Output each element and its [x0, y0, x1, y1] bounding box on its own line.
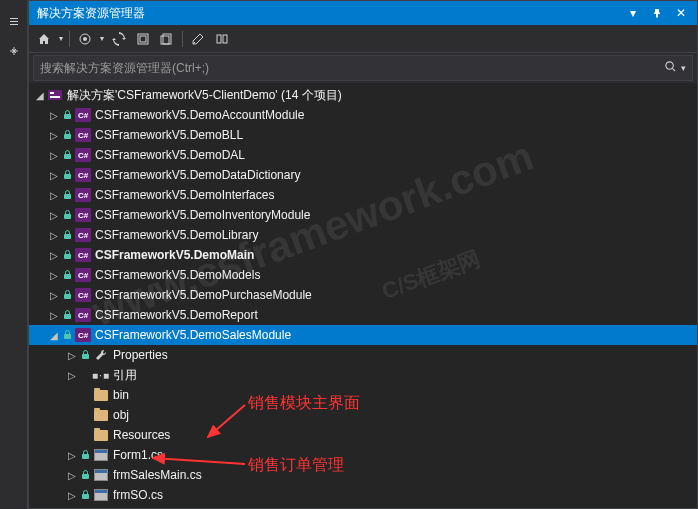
form-icon: [93, 447, 109, 463]
project-label: CSFrameworkV5.DemoSalesModule: [95, 328, 291, 342]
dropdown-button[interactable]: ▾: [625, 5, 641, 21]
search-dropdown-icon[interactable]: ▾: [677, 63, 686, 73]
expander-icon[interactable]: ▷: [47, 128, 61, 142]
expander-icon[interactable]: ▷: [65, 488, 79, 502]
form-icon: [93, 467, 109, 483]
search-bar: ▾: [33, 55, 693, 81]
csharp-project-icon: C#: [75, 287, 91, 303]
expander-icon[interactable]: ▷: [47, 268, 61, 282]
toolbar: ▾ ▾: [29, 25, 697, 53]
svg-rect-27: [82, 494, 89, 499]
lock-icon: [61, 249, 73, 261]
tree-item-label: frmSalesMain.cs: [113, 468, 202, 482]
svg-rect-11: [50, 96, 60, 98]
close-button[interactable]: ✕: [673, 5, 689, 21]
project-node[interactable]: ▷ C# CSFrameworkV5.DemoInterfaces: [29, 185, 697, 205]
expander-icon[interactable]: ▷: [47, 208, 61, 222]
expander-icon[interactable]: ▷: [47, 108, 61, 122]
tree-item-label: Properties: [113, 348, 168, 362]
tree-item[interactable]: ▷ Form1.cs: [29, 445, 697, 465]
lock-icon: [79, 449, 91, 461]
project-node[interactable]: ▷ C# CSFrameworkV5.DemoMain: [29, 245, 697, 265]
svg-rect-24: [82, 354, 89, 359]
project-node[interactable]: ▷ C# CSFrameworkV5.DemoPurchaseModule: [29, 285, 697, 305]
folder-icon: [93, 427, 109, 443]
project-label: CSFrameworkV5.DemoPurchaseModule: [95, 288, 312, 302]
expander-icon[interactable]: ◢: [33, 88, 47, 102]
csharp-project-icon: C#: [75, 127, 91, 143]
csharp-project-icon: C#: [75, 267, 91, 283]
csharp-project-icon: C#: [75, 327, 91, 343]
lock-icon: [61, 329, 73, 341]
expander-icon[interactable]: ▷: [47, 248, 61, 262]
pending-dropdown[interactable]: ▾: [98, 34, 106, 43]
svg-point-8: [666, 62, 673, 69]
project-label: CSFrameworkV5.DemoDataDictionary: [95, 168, 300, 182]
tree-item[interactable]: ▷ frmSalesMain.cs: [29, 465, 697, 485]
properties-button[interactable]: [187, 28, 209, 50]
expander-icon[interactable]: ▷: [65, 348, 79, 362]
csharp-project-icon: C#: [75, 307, 91, 323]
tree-item[interactable]: ▷ frmSO.cs: [29, 485, 697, 505]
svg-rect-23: [64, 334, 71, 339]
tree-item[interactable]: ▷ Properties: [29, 345, 697, 365]
svg-rect-21: [64, 294, 71, 299]
expander-icon[interactable]: ◢: [47, 328, 61, 342]
home-dropdown[interactable]: ▾: [57, 34, 65, 43]
expander-icon[interactable]: ▷: [47, 168, 61, 182]
expander-icon[interactable]: ▷: [47, 148, 61, 162]
tree-item[interactable]: vssver2.scc: [29, 505, 697, 508]
project-node[interactable]: ▷ C# CSFrameworkV5.DemoAccountModule: [29, 105, 697, 125]
expander-icon[interactable]: ▷: [47, 288, 61, 302]
folder-icon: [93, 407, 109, 423]
expander-icon[interactable]: ▷: [47, 228, 61, 242]
expander-icon[interactable]: ▷: [47, 308, 61, 322]
solution-node[interactable]: ◢ 解决方案'CSFrameworkV5-ClientDemo' (14 个项目…: [29, 85, 697, 105]
project-node[interactable]: ▷ C# CSFrameworkV5.DemoInventoryModule: [29, 205, 697, 225]
tree-item[interactable]: ▷ ■·■ 引用: [29, 365, 697, 385]
search-icon[interactable]: [660, 60, 677, 76]
home-button[interactable]: [33, 28, 55, 50]
svg-rect-22: [64, 314, 71, 319]
lock-icon: [61, 189, 73, 201]
tree-item-label: Form1.cs: [113, 448, 163, 462]
search-input[interactable]: [40, 61, 660, 75]
show-all-files-button[interactable]: [156, 28, 178, 50]
collapse-tab-icon[interactable]: [6, 14, 22, 30]
svg-rect-13: [64, 134, 71, 139]
tree-item-label: Resources: [113, 428, 170, 442]
expander-icon[interactable]: ▷: [47, 188, 61, 202]
csharp-project-icon: C#: [75, 167, 91, 183]
project-label: CSFrameworkV5.DemoInventoryModule: [95, 208, 310, 222]
expander-icon[interactable]: ▷: [65, 368, 79, 382]
tree-item-label: bin: [113, 388, 129, 402]
project-label: CSFrameworkV5.DemoReport: [95, 308, 258, 322]
lock-icon: [79, 469, 91, 481]
pin-tab-icon[interactable]: [6, 44, 22, 60]
pending-changes-button[interactable]: [74, 28, 96, 50]
preview-button[interactable]: [211, 28, 233, 50]
project-node[interactable]: ▷ C# CSFrameworkV5.DemoLibrary: [29, 225, 697, 245]
svg-rect-6: [217, 35, 221, 43]
project-node[interactable]: ▷ C# CSFrameworkV5.DemoDAL: [29, 145, 697, 165]
svg-rect-26: [82, 474, 89, 479]
solution-label: 解决方案'CSFrameworkV5-ClientDemo' (14 个项目): [67, 87, 342, 104]
tree-item[interactable]: bin: [29, 385, 697, 405]
solution-icon: [47, 87, 63, 103]
svg-rect-9: [48, 90, 62, 100]
project-node[interactable]: ▷ C# CSFrameworkV5.DemoModels: [29, 265, 697, 285]
expander-icon[interactable]: ▷: [65, 468, 79, 482]
project-node[interactable]: ◢ C# CSFrameworkV5.DemoSalesModule: [29, 325, 697, 345]
expander-icon[interactable]: ▷: [65, 448, 79, 462]
project-node[interactable]: ▷ C# CSFrameworkV5.DemoDataDictionary: [29, 165, 697, 185]
sync-button[interactable]: [108, 28, 130, 50]
svg-rect-10: [50, 92, 54, 94]
collapse-all-button[interactable]: [132, 28, 154, 50]
project-node[interactable]: ▷ C# CSFrameworkV5.DemoBLL: [29, 125, 697, 145]
project-node[interactable]: ▷ C# CSFrameworkV5.DemoReport: [29, 305, 697, 325]
svg-rect-20: [64, 274, 71, 279]
pin-button[interactable]: [649, 5, 665, 21]
csharp-project-icon: C#: [75, 207, 91, 223]
tree-item[interactable]: Resources: [29, 425, 697, 445]
tree-item[interactable]: obj: [29, 405, 697, 425]
